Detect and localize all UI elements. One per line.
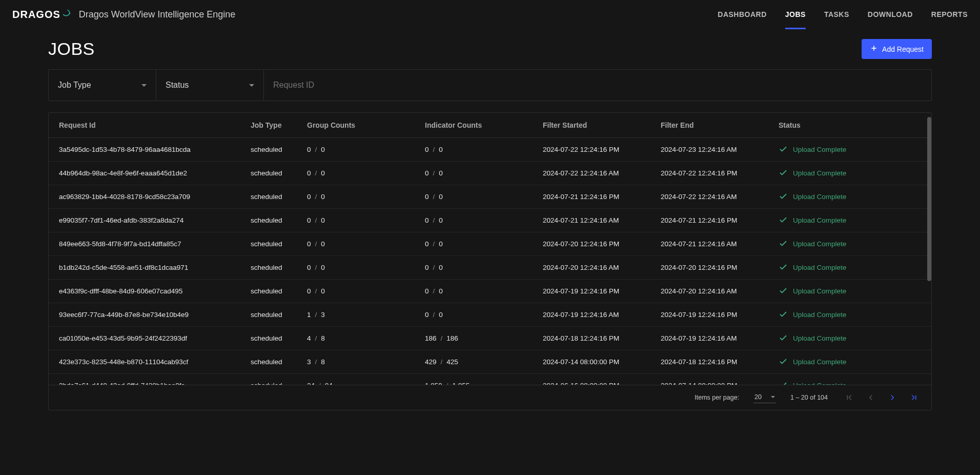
cell-group-counts: 3/8	[300, 350, 418, 374]
check-icon	[779, 191, 788, 202]
cell-filter-started: 2024-07-18 12:24:16 PM	[536, 327, 654, 350]
filter-job-type[interactable]: Job Type	[49, 70, 156, 101]
nav-item-tasks[interactable]: TASKS	[824, 0, 849, 29]
cell-filter-started: 2024-06-16 08:00:00 PM	[536, 374, 654, 385]
table-row[interactable]: 423e373c-8235-448e-b870-11104cab93cfsche…	[49, 350, 931, 374]
cell-indicator-counts: 429/425	[418, 350, 536, 374]
cell-indicator-counts: 0/0	[418, 232, 536, 256]
nav-item-dashboard[interactable]: DASHBOARD	[718, 0, 767, 29]
col-job-type: Job Type	[243, 113, 300, 138]
cell-request-id: b1db242d-c5de-4558-ae51-df8c1dcaa971	[49, 256, 243, 280]
check-icon	[779, 262, 788, 273]
filter-bar: Job Type Status	[48, 69, 932, 101]
table-row[interactable]: 3a5495dc-1d53-4b78-8479-96aa4681bcdasche…	[49, 138, 931, 162]
add-request-label: Add Request	[882, 45, 924, 53]
table-row[interactable]: 2bda7c61-d448-43ed-9ffd-7420b1baa9fcsche…	[49, 374, 931, 385]
cell-filter-end: 2024-07-22 12:24:16 PM	[654, 162, 771, 185]
next-page-button[interactable]	[885, 390, 900, 405]
nav-item-reports[interactable]: REPORTS	[931, 0, 968, 29]
status-text: Upload Complete	[793, 382, 846, 385]
nav-item-download[interactable]: DOWNLOAD	[868, 0, 913, 29]
page-size-select[interactable]: 20	[753, 392, 776, 403]
cell-status: Upload Complete	[771, 374, 931, 385]
request-id-input[interactable]	[273, 81, 922, 90]
scrollbar-thumb[interactable]	[927, 117, 931, 281]
table-row[interactable]: b1db242d-c5de-4558-ae51-df8c1dcaa971sche…	[49, 256, 931, 280]
table-row[interactable]: 849ee663-5fd8-4f78-9f7a-bd14dffa85c7sche…	[49, 232, 931, 256]
app-title: Dragos WorldView Intelligence Engine	[79, 9, 236, 20]
paginator: Items per page: 20 1 – 20 of 104	[49, 385, 931, 410]
last-page-button[interactable]	[907, 390, 921, 405]
cell-job-type: scheduled	[243, 209, 300, 232]
cell-request-id: ca01050e-e453-43d5-9b95-24f2422393df	[49, 327, 243, 350]
check-icon	[779, 239, 788, 249]
cell-filter-started: 2024-07-20 12:24:16 PM	[536, 232, 654, 256]
table-row[interactable]: 93eec6f7-77ca-449b-87e8-be734e10b4e9sche…	[49, 303, 931, 327]
table-row[interactable]: e4363f9c-dfff-48be-84d9-606e07cad495sche…	[49, 280, 931, 303]
filter-request-id[interactable]	[264, 70, 931, 101]
cell-filter-end: 2024-07-20 12:24:16 PM	[654, 256, 771, 280]
filter-status-label: Status	[166, 81, 189, 90]
add-request-button[interactable]: Add Request	[862, 39, 932, 59]
cell-job-type: scheduled	[243, 138, 300, 162]
topbar: DRAGOS Dragos WorldView Intelligence Eng…	[0, 0, 980, 29]
page-title: JOBS	[48, 39, 95, 59]
cell-status: Upload Complete	[771, 280, 931, 303]
check-icon	[779, 380, 788, 385]
col-request-id: Request Id	[49, 113, 243, 138]
cell-group-counts: 1/3	[300, 303, 418, 327]
cell-group-counts: 0/0	[300, 280, 418, 303]
status-text: Upload Complete	[793, 287, 846, 295]
cell-indicator-counts: 0/0	[418, 280, 536, 303]
cell-request-id: 3a5495dc-1d53-4b78-8479-96aa4681bcda	[49, 138, 243, 162]
cell-group-counts: 0/0	[300, 256, 418, 280]
table-row[interactable]: ac963829-1bb4-4028-8178-9cd58c23a709sche…	[49, 185, 931, 209]
status-text: Upload Complete	[793, 358, 846, 366]
cell-status: Upload Complete	[771, 327, 931, 350]
cell-filter-end: 2024-07-22 12:24:16 AM	[654, 185, 771, 209]
nav-item-jobs[interactable]: JOBS	[785, 0, 806, 29]
check-icon	[779, 215, 788, 226]
status-text: Upload Complete	[793, 193, 846, 201]
brand-logo: DRAGOS	[12, 8, 72, 21]
cell-filter-started: 2024-07-19 12:24:16 AM	[536, 303, 654, 327]
status-text: Upload Complete	[793, 216, 846, 224]
cell-indicator-counts: 0/0	[418, 162, 536, 185]
cell-job-type: scheduled	[243, 350, 300, 374]
cell-status: Upload Complete	[771, 209, 931, 232]
cell-filter-started: 2024-07-20 12:24:16 AM	[536, 256, 654, 280]
cell-indicator-counts: 0/0	[418, 256, 536, 280]
cell-filter-end: 2024-07-14 08:00:00 PM	[654, 374, 771, 385]
brand-name: DRAGOS	[12, 9, 60, 21]
cell-filter-end: 2024-07-18 12:24:16 PM	[654, 350, 771, 374]
cell-job-type: scheduled	[243, 374, 300, 385]
cell-indicator-counts: 0/0	[418, 303, 536, 327]
cell-group-counts: 24/84	[300, 374, 418, 385]
table-row[interactable]: e99035f7-7df1-46ed-afdb-383f2a8da274sche…	[49, 209, 931, 232]
cell-status: Upload Complete	[771, 138, 931, 162]
cell-filter-started: 2024-07-21 12:24:16 PM	[536, 185, 654, 209]
cell-group-counts: 4/8	[300, 327, 418, 350]
prev-page-button[interactable]	[864, 390, 878, 405]
page-header: JOBS Add Request	[48, 39, 932, 59]
cell-job-type: scheduled	[243, 185, 300, 209]
col-filter-end: Filter End	[654, 113, 771, 138]
cell-request-id: ac963829-1bb4-4028-8178-9cd58c23a709	[49, 185, 243, 209]
first-page-button[interactable]	[842, 390, 856, 405]
cell-indicator-counts: 0/0	[418, 209, 536, 232]
cell-request-id: 93eec6f7-77ca-449b-87e8-be734e10b4e9	[49, 303, 243, 327]
filter-status[interactable]: Status	[156, 70, 264, 101]
status-text: Upload Complete	[793, 264, 846, 271]
paginator-controls	[842, 390, 921, 405]
cell-status: Upload Complete	[771, 232, 931, 256]
cell-group-counts: 0/0	[300, 162, 418, 185]
cell-job-type: scheduled	[243, 256, 300, 280]
jobs-table-scroll[interactable]: Request Id Job Type Group Counts Indicat…	[49, 113, 931, 385]
status-text: Upload Complete	[793, 334, 846, 342]
table-row[interactable]: ca01050e-e453-43d5-9b95-24f2422393dfsche…	[49, 327, 931, 350]
items-per-page-label: Items per page:	[695, 394, 739, 401]
jobs-table: Request Id Job Type Group Counts Indicat…	[49, 113, 931, 385]
check-icon	[779, 168, 788, 179]
cell-request-id: 423e373c-8235-448e-b870-11104cab93cf	[49, 350, 243, 374]
table-row[interactable]: 44b964db-98ac-4e8f-9e6f-eaaa645d1de2sche…	[49, 162, 931, 185]
